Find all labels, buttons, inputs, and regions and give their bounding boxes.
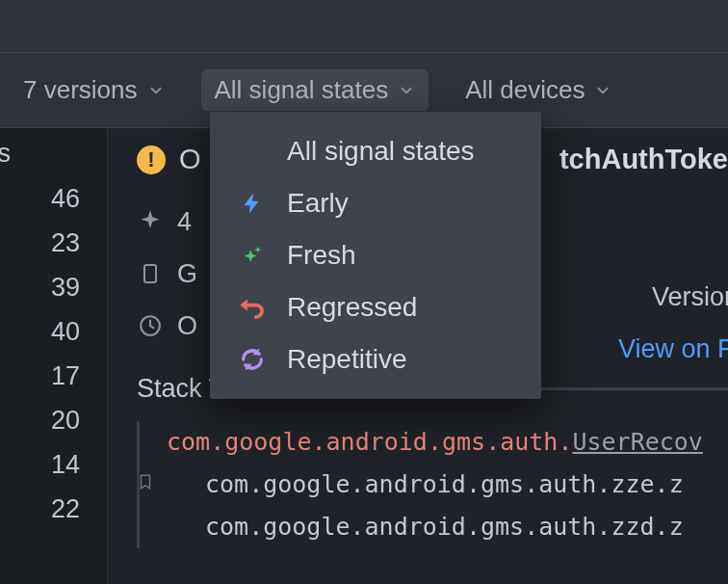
sync-icon — [237, 344, 268, 375]
trace-line[interactable]: com.google.android.gms.auth.zzd.z — [167, 506, 728, 548]
dropdown-item-all[interactable]: All signal states — [210, 125, 541, 177]
dropdown-item-fresh[interactable]: Fresh — [210, 229, 541, 281]
view-on-link-row: View on Fi — [618, 334, 728, 364]
sparkle-icon — [137, 208, 164, 235]
signal-states-dropdown: All signal states Early Fresh Regressed … — [210, 112, 541, 399]
dropdown-item-regressed[interactable]: Regressed — [210, 281, 541, 333]
meta-time-value: O — [177, 311, 197, 341]
list-item[interactable]: 23 — [0, 221, 107, 265]
list-item[interactable]: 20 — [0, 398, 107, 442]
dropdown-item-repetitive[interactable]: Repetitive — [210, 333, 541, 385]
dropdown-item-label: Regressed — [287, 292, 417, 323]
stack-trace: com.google.android.gms.auth.UserRecov co… — [137, 421, 728, 548]
meta-device-value: G — [177, 259, 197, 289]
dropdown-item-label: Repetitive — [287, 344, 407, 375]
meta-events-value: 4 — [177, 207, 192, 237]
issue-title-prefix: O — [179, 144, 201, 175]
filter-signal-states[interactable]: All signal states — [201, 69, 429, 111]
warning-icon: ! — [137, 146, 166, 174]
filter-signal-states-label: All signal states — [215, 75, 389, 105]
chevron-down-icon — [398, 82, 415, 99]
list-item[interactable]: 39 — [0, 265, 107, 309]
bookmark-icon — [137, 471, 154, 492]
bolt-icon — [237, 188, 268, 219]
clock-icon — [137, 312, 164, 339]
list-item[interactable]: 17 — [0, 354, 107, 398]
trace-line[interactable]: com.google.android.gms.auth.zze.z — [167, 464, 728, 506]
sidebar: sers 46 23 39 40 17 20 14 22 — [0, 128, 108, 584]
trace-class: UserRecov — [572, 428, 702, 456]
sidebar-header: sers — [0, 139, 11, 169]
sparkle-icon — [237, 240, 268, 271]
filter-devices[interactable]: All devices — [452, 69, 625, 111]
dropdown-item-early[interactable]: Early — [210, 177, 541, 229]
trace-text: com.google.android.gms.auth.zzd.z — [205, 513, 684, 541]
versions-affected-label: Versions affe — [652, 282, 728, 312]
trace-line[interactable]: com.google.android.gms.auth.UserRecov — [167, 421, 728, 464]
view-on-firebase-link[interactable]: View on Fi — [618, 334, 728, 363]
trace-text: com.google.android.gms.auth.zze.z — [205, 470, 684, 498]
filter-versions-label: 7 versions — [23, 75, 138, 105]
chevron-down-icon — [147, 82, 165, 99]
device-icon — [137, 260, 164, 287]
dropdown-item-label: Early — [287, 188, 349, 219]
list-item[interactable]: 14 — [0, 442, 107, 487]
list-item[interactable]: 46 — [0, 176, 107, 221]
title-bar — [0, 0, 728, 53]
filter-devices-label: All devices — [465, 75, 585, 105]
dropdown-item-label: All signal states — [287, 136, 475, 167]
svg-rect-0 — [144, 265, 156, 282]
blank-icon — [237, 136, 268, 167]
list-item[interactable]: 40 — [0, 309, 107, 354]
undo-icon — [237, 292, 268, 323]
dropdown-item-label: Fresh — [287, 240, 356, 271]
chevron-down-icon — [594, 82, 611, 99]
issue-title-suffix: tchAuthToke — [559, 144, 728, 175]
trace-package: com.google.android.gms.auth. — [167, 428, 572, 456]
list-item[interactable]: 22 — [0, 487, 107, 531]
filter-versions[interactable]: 7 versions — [10, 69, 178, 111]
